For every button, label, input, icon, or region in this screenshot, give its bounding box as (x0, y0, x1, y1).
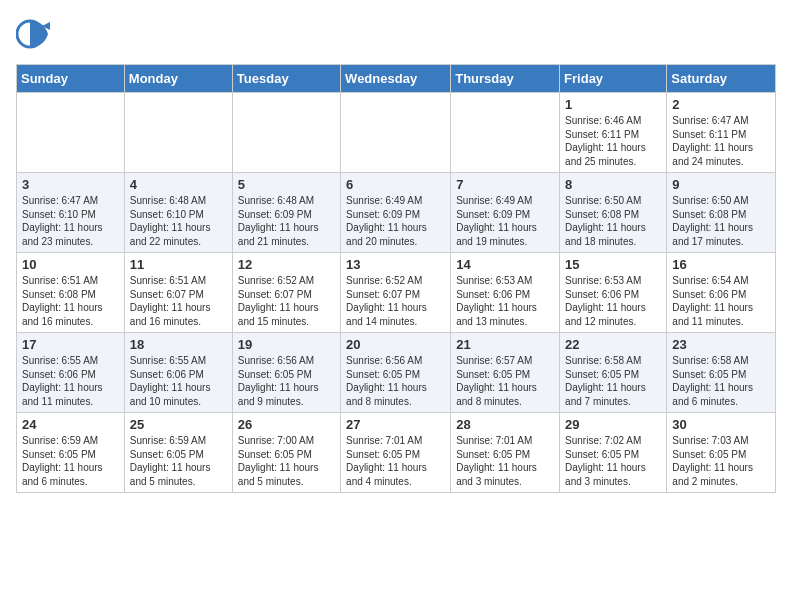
day-info: Sunrise: 6:55 AM Sunset: 6:06 PM Dayligh… (22, 354, 119, 408)
calendar-cell: 9Sunrise: 6:50 AM Sunset: 6:08 PM Daylig… (667, 173, 776, 253)
day-number: 12 (238, 257, 335, 272)
day-info: Sunrise: 6:53 AM Sunset: 6:06 PM Dayligh… (456, 274, 554, 328)
weekday-header: SundayMondayTuesdayWednesdayThursdayFrid… (17, 65, 776, 93)
week-row-5: 24Sunrise: 6:59 AM Sunset: 6:05 PM Dayli… (17, 413, 776, 493)
day-info: Sunrise: 6:57 AM Sunset: 6:05 PM Dayligh… (456, 354, 554, 408)
day-number: 19 (238, 337, 335, 352)
calendar-cell: 5Sunrise: 6:48 AM Sunset: 6:09 PM Daylig… (232, 173, 340, 253)
calendar-cell: 21Sunrise: 6:57 AM Sunset: 6:05 PM Dayli… (451, 333, 560, 413)
calendar-cell: 26Sunrise: 7:00 AM Sunset: 6:05 PM Dayli… (232, 413, 340, 493)
day-number: 10 (22, 257, 119, 272)
calendar-cell: 27Sunrise: 7:01 AM Sunset: 6:05 PM Dayli… (341, 413, 451, 493)
weekday-wednesday: Wednesday (341, 65, 451, 93)
day-number: 20 (346, 337, 445, 352)
day-info: Sunrise: 6:56 AM Sunset: 6:05 PM Dayligh… (238, 354, 335, 408)
calendar-cell: 22Sunrise: 6:58 AM Sunset: 6:05 PM Dayli… (560, 333, 667, 413)
day-number: 6 (346, 177, 445, 192)
day-info: Sunrise: 6:47 AM Sunset: 6:10 PM Dayligh… (22, 194, 119, 248)
day-info: Sunrise: 6:58 AM Sunset: 6:05 PM Dayligh… (565, 354, 661, 408)
day-info: Sunrise: 7:00 AM Sunset: 6:05 PM Dayligh… (238, 434, 335, 488)
calendar-cell: 19Sunrise: 6:56 AM Sunset: 6:05 PM Dayli… (232, 333, 340, 413)
day-number: 3 (22, 177, 119, 192)
day-info: Sunrise: 6:49 AM Sunset: 6:09 PM Dayligh… (456, 194, 554, 248)
day-number: 4 (130, 177, 227, 192)
day-number: 7 (456, 177, 554, 192)
day-number: 9 (672, 177, 770, 192)
day-info: Sunrise: 6:51 AM Sunset: 6:08 PM Dayligh… (22, 274, 119, 328)
day-number: 24 (22, 417, 119, 432)
calendar-cell: 30Sunrise: 7:03 AM Sunset: 6:05 PM Dayli… (667, 413, 776, 493)
day-number: 21 (456, 337, 554, 352)
day-number: 28 (456, 417, 554, 432)
calendar-cell: 1Sunrise: 6:46 AM Sunset: 6:11 PM Daylig… (560, 93, 667, 173)
calendar-cell: 24Sunrise: 6:59 AM Sunset: 6:05 PM Dayli… (17, 413, 125, 493)
calendar-cell: 2Sunrise: 6:47 AM Sunset: 6:11 PM Daylig… (667, 93, 776, 173)
calendar-cell: 8Sunrise: 6:50 AM Sunset: 6:08 PM Daylig… (560, 173, 667, 253)
day-info: Sunrise: 7:01 AM Sunset: 6:05 PM Dayligh… (456, 434, 554, 488)
header (16, 16, 776, 52)
calendar-cell: 12Sunrise: 6:52 AM Sunset: 6:07 PM Dayli… (232, 253, 340, 333)
calendar-cell: 23Sunrise: 6:58 AM Sunset: 6:05 PM Dayli… (667, 333, 776, 413)
calendar-cell (232, 93, 340, 173)
day-number: 23 (672, 337, 770, 352)
day-number: 1 (565, 97, 661, 112)
day-number: 26 (238, 417, 335, 432)
weekday-thursday: Thursday (451, 65, 560, 93)
day-info: Sunrise: 6:51 AM Sunset: 6:07 PM Dayligh… (130, 274, 227, 328)
week-row-2: 3Sunrise: 6:47 AM Sunset: 6:10 PM Daylig… (17, 173, 776, 253)
calendar-cell: 11Sunrise: 6:51 AM Sunset: 6:07 PM Dayli… (124, 253, 232, 333)
weekday-sunday: Sunday (17, 65, 125, 93)
day-info: Sunrise: 6:46 AM Sunset: 6:11 PM Dayligh… (565, 114, 661, 168)
day-number: 5 (238, 177, 335, 192)
day-number: 2 (672, 97, 770, 112)
calendar-cell: 20Sunrise: 6:56 AM Sunset: 6:05 PM Dayli… (341, 333, 451, 413)
weekday-monday: Monday (124, 65, 232, 93)
day-number: 27 (346, 417, 445, 432)
day-number: 11 (130, 257, 227, 272)
calendar-cell: 28Sunrise: 7:01 AM Sunset: 6:05 PM Dayli… (451, 413, 560, 493)
day-info: Sunrise: 6:54 AM Sunset: 6:06 PM Dayligh… (672, 274, 770, 328)
calendar-cell: 25Sunrise: 6:59 AM Sunset: 6:05 PM Dayli… (124, 413, 232, 493)
day-info: Sunrise: 6:49 AM Sunset: 6:09 PM Dayligh… (346, 194, 445, 248)
day-info: Sunrise: 7:03 AM Sunset: 6:05 PM Dayligh… (672, 434, 770, 488)
calendar-cell: 10Sunrise: 6:51 AM Sunset: 6:08 PM Dayli… (17, 253, 125, 333)
calendar-cell (341, 93, 451, 173)
calendar-cell: 6Sunrise: 6:49 AM Sunset: 6:09 PM Daylig… (341, 173, 451, 253)
day-number: 13 (346, 257, 445, 272)
calendar-cell: 4Sunrise: 6:48 AM Sunset: 6:10 PM Daylig… (124, 173, 232, 253)
calendar-cell: 18Sunrise: 6:55 AM Sunset: 6:06 PM Dayli… (124, 333, 232, 413)
page: SundayMondayTuesdayWednesdayThursdayFrid… (0, 0, 792, 509)
day-number: 30 (672, 417, 770, 432)
day-info: Sunrise: 6:52 AM Sunset: 6:07 PM Dayligh… (346, 274, 445, 328)
day-info: Sunrise: 6:50 AM Sunset: 6:08 PM Dayligh… (565, 194, 661, 248)
day-number: 15 (565, 257, 661, 272)
calendar-cell: 7Sunrise: 6:49 AM Sunset: 6:09 PM Daylig… (451, 173, 560, 253)
day-info: Sunrise: 6:52 AM Sunset: 6:07 PM Dayligh… (238, 274, 335, 328)
day-info: Sunrise: 6:48 AM Sunset: 6:10 PM Dayligh… (130, 194, 227, 248)
day-info: Sunrise: 6:50 AM Sunset: 6:08 PM Dayligh… (672, 194, 770, 248)
logo (16, 16, 56, 52)
calendar-cell: 15Sunrise: 6:53 AM Sunset: 6:06 PM Dayli… (560, 253, 667, 333)
calendar-cell: 14Sunrise: 6:53 AM Sunset: 6:06 PM Dayli… (451, 253, 560, 333)
day-info: Sunrise: 6:58 AM Sunset: 6:05 PM Dayligh… (672, 354, 770, 408)
day-info: Sunrise: 6:55 AM Sunset: 6:06 PM Dayligh… (130, 354, 227, 408)
calendar-cell: 17Sunrise: 6:55 AM Sunset: 6:06 PM Dayli… (17, 333, 125, 413)
day-number: 25 (130, 417, 227, 432)
day-info: Sunrise: 7:01 AM Sunset: 6:05 PM Dayligh… (346, 434, 445, 488)
calendar-cell (451, 93, 560, 173)
day-number: 17 (22, 337, 119, 352)
day-info: Sunrise: 6:59 AM Sunset: 6:05 PM Dayligh… (130, 434, 227, 488)
weekday-saturday: Saturday (667, 65, 776, 93)
logo-icon (16, 16, 52, 52)
day-number: 18 (130, 337, 227, 352)
day-number: 16 (672, 257, 770, 272)
weekday-tuesday: Tuesday (232, 65, 340, 93)
calendar-cell (17, 93, 125, 173)
calendar-cell: 29Sunrise: 7:02 AM Sunset: 6:05 PM Dayli… (560, 413, 667, 493)
calendar-cell: 13Sunrise: 6:52 AM Sunset: 6:07 PM Dayli… (341, 253, 451, 333)
calendar-cell: 16Sunrise: 6:54 AM Sunset: 6:06 PM Dayli… (667, 253, 776, 333)
day-info: Sunrise: 6:53 AM Sunset: 6:06 PM Dayligh… (565, 274, 661, 328)
day-number: 22 (565, 337, 661, 352)
calendar: SundayMondayTuesdayWednesdayThursdayFrid… (16, 64, 776, 493)
calendar-cell (124, 93, 232, 173)
